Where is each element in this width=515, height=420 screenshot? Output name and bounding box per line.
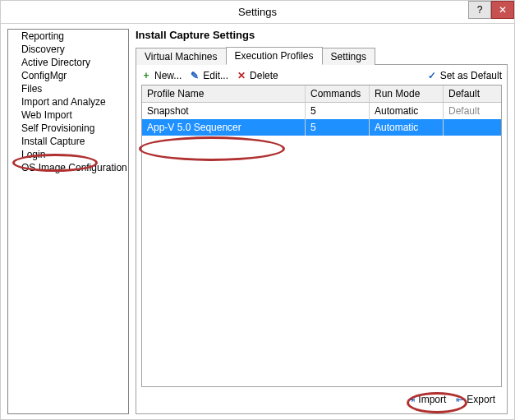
titlebar: Settings ? ✕ [1,1,514,24]
sidebar-item-reporting[interactable]: Reporting [8,30,128,43]
tabstrip: Virtual Machines Execution Profiles Sett… [136,46,508,65]
col-header-default[interactable]: Default [444,85,501,102]
cell-commands: 5 [306,103,370,119]
tab-virtual-machines[interactable]: Virtual Machines [136,48,227,65]
pencil-icon: ✎ [190,70,200,81]
col-header-profile-name[interactable]: Profile Name [142,85,306,102]
cell-profile-name: App-V 5.0 Sequencer [142,119,306,136]
profiles-grid: Profile Name Commands Run Mode Default S… [141,85,502,387]
set-default-button[interactable]: ✓ Set as Default [427,70,502,81]
edit-button-label: Edit... [203,70,228,81]
help-button[interactable]: ? [468,1,491,19]
import-button[interactable]: ⇥ Import [407,394,446,405]
grid-header: Profile Name Commands Run Mode Default [142,85,501,103]
table-row[interactable]: Snapshot 5 Automatic Default [142,103,501,119]
sidebar-item-login[interactable]: Login [8,148,128,161]
close-button[interactable]: ✕ [491,1,514,19]
import-icon: ⇥ [407,395,415,405]
cell-default: Default [444,103,501,119]
export-icon: ⇤ [456,395,463,405]
import-button-label: Import [418,394,446,405]
sidebar-item-web-import[interactable]: Web Import [8,108,128,122]
window-title: Settings [238,6,277,18]
tab-panel-execution-profiles: + New... ✎ Edit... ✕ Delete ✓ Set as Def… [136,65,508,414]
edit-button[interactable]: ✎ Edit... [190,70,228,81]
tab-execution-profiles[interactable]: Execution Profiles [226,47,323,65]
new-button[interactable]: + New... [141,70,182,81]
close-icon: ✕ [499,0,507,21]
settings-tree: Reporting Discovery Active Directory Con… [7,29,129,414]
sidebar-item-configmgr[interactable]: ConfigMgr [8,69,128,82]
cross-icon: ✕ [237,70,246,81]
toolbar: + New... ✎ Edit... ✕ Delete ✓ Set as Def… [141,70,502,81]
table-row[interactable]: App-V 5.0 Sequencer 5 Automatic [142,119,501,136]
cell-default [444,119,501,136]
tab-settings[interactable]: Settings [322,48,375,65]
export-button-label: Export [467,394,495,405]
check-icon: ✓ [427,70,437,81]
set-default-button-label: Set as Default [440,70,502,81]
sidebar-item-active-directory[interactable]: Active Directory [8,56,128,69]
grid-body: Snapshot 5 Automatic Default App-V 5.0 S… [142,103,501,386]
footer-toolbar: ⇥ Import ⇤ Export [141,387,502,408]
sidebar-item-import-analyze[interactable]: Import and Analyze [8,95,128,108]
cell-run-mode: Automatic [370,119,444,136]
sidebar-item-self-provisioning[interactable]: Self Provisioning [8,122,128,135]
cell-commands: 5 [306,119,370,136]
plus-icon: + [141,70,151,81]
col-header-run-mode[interactable]: Run Mode [370,85,444,102]
col-header-commands[interactable]: Commands [306,85,370,102]
new-button-label: New... [154,70,182,81]
help-icon: ? [477,0,483,21]
delete-button-label: Delete [250,70,278,81]
main-panel: Install Capture Settings Virtual Machine… [136,29,508,414]
cell-run-mode: Automatic [370,103,444,119]
sidebar-item-install-capture[interactable]: Install Capture [8,135,128,148]
sidebar-item-os-image-config[interactable]: OS Image Configuration [8,161,128,174]
export-button[interactable]: ⇤ Export [456,394,495,405]
cell-profile-name: Snapshot [142,103,306,119]
sidebar-item-files[interactable]: Files [8,82,128,95]
page-title: Install Capture Settings [136,29,508,41]
delete-button[interactable]: ✕ Delete [237,70,278,81]
sidebar-item-discovery[interactable]: Discovery [8,43,128,56]
